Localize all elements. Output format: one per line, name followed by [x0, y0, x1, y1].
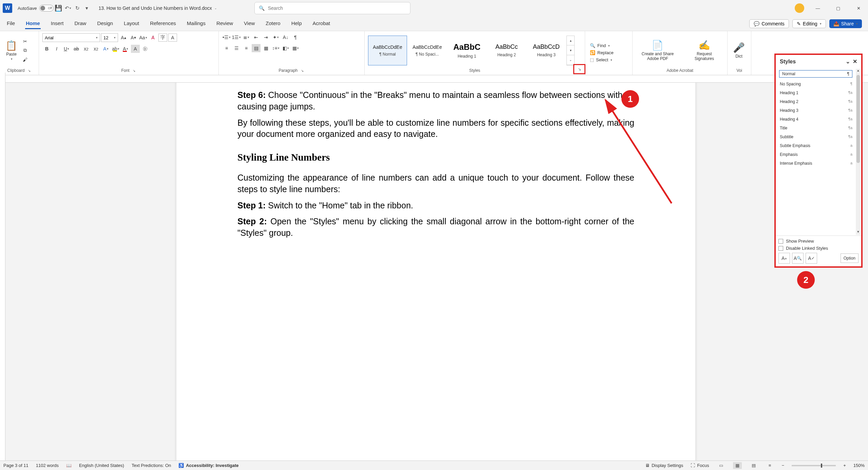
paragraph-launcher[interactable]: ↘	[300, 68, 305, 73]
tab-mailings[interactable]: Mailings	[186, 18, 206, 29]
zoom-slider[interactable]	[792, 465, 836, 466]
text-effects-button[interactable]: A▾	[101, 45, 110, 53]
style-item-heading-4[interactable]: Heading 4¶a	[778, 115, 859, 124]
styles-gallery[interactable]: AaBbCcDdEe¶ Normal AaBbCcDdEe¶ No Spaci.…	[368, 36, 575, 65]
current-style-box[interactable]: Normal¶	[779, 70, 852, 78]
bullets-button[interactable]: •☰▾	[222, 33, 231, 41]
style-item-intense-emphasis[interactable]: Intense Emphasisa	[778, 159, 859, 168]
show-preview-checkbox[interactable]: Show Preview	[778, 239, 859, 244]
share-button[interactable]: 📤 Share ▾	[829, 19, 862, 28]
tab-design[interactable]: Design	[96, 18, 114, 29]
multilevel-list-button[interactable]: ≣▾	[242, 33, 251, 41]
minimize-button[interactable]: —	[811, 3, 825, 14]
outline-view-button[interactable]: ≡	[766, 462, 774, 469]
font-name-combo[interactable]: Arial▾	[42, 33, 100, 42]
close-button[interactable]: ✕	[852, 3, 865, 14]
tab-help[interactable]: Help	[291, 18, 303, 29]
superscript-button[interactable]: x2	[92, 45, 100, 53]
style-item-subtle-emphasis[interactable]: Subtle Emphasisa	[778, 141, 859, 150]
display-settings-button[interactable]: 🖥 Display Settings	[645, 463, 683, 468]
grow-font-button[interactable]: A▴	[119, 34, 128, 42]
character-border-button[interactable]: A	[168, 34, 177, 42]
style-inspector-button[interactable]: A🔍	[792, 253, 804, 264]
style-heading-3[interactable]: AaBbCcDHeading 3	[527, 36, 566, 65]
clear-formatting-button[interactable]: Aͦ	[149, 34, 157, 42]
style-item-heading-3[interactable]: Heading 3¶a	[778, 106, 859, 115]
comments-button[interactable]: 💬 Comments	[749, 19, 789, 28]
enclose-characters-button[interactable]: ㊛	[141, 45, 150, 53]
redo-button[interactable]: ↻	[73, 4, 81, 12]
read-mode-button[interactable]: ▭	[717, 462, 726, 469]
sort-button[interactable]: A↓	[281, 33, 290, 41]
character-shading-button[interactable]: A	[131, 45, 140, 53]
change-case-button[interactable]: Aa▾	[139, 34, 148, 42]
accessibility-checker[interactable]: ♿ Accessibility: Investigate	[178, 463, 238, 468]
zoom-in-button[interactable]: +	[843, 463, 846, 468]
select-button[interactable]: ⬚Select ▾	[589, 57, 615, 63]
tab-insert[interactable]: Insert	[50, 18, 64, 29]
line-spacing-button[interactable]: ↕≡▾	[271, 44, 280, 52]
tab-draw[interactable]: Draw	[74, 18, 87, 29]
search-input[interactable]: 🔍 Search	[254, 2, 410, 14]
font-color-button[interactable]: A▾	[121, 45, 130, 53]
subscript-button[interactable]: x2	[82, 45, 91, 53]
align-left-button[interactable]: ≡	[222, 44, 231, 52]
zoom-level[interactable]: 150%	[853, 463, 865, 468]
clipboard-launcher[interactable]: ↘	[27, 68, 32, 73]
pane-scrollbar[interactable]: ▲ ▼	[856, 69, 861, 235]
underline-button[interactable]: U▾	[62, 45, 71, 53]
scroll-down-icon[interactable]: ▼	[856, 230, 861, 235]
focus-mode-button[interactable]: ⛶ Focus	[691, 463, 709, 468]
style-normal[interactable]: AaBbCcDdEe¶ Normal	[368, 36, 407, 65]
cut-button[interactable]: ✂	[21, 37, 30, 45]
strikethrough-button[interactable]: ab	[72, 45, 81, 53]
replace-button[interactable]: 🔁Replace	[589, 49, 615, 56]
justify-button[interactable]: ▤	[252, 44, 261, 52]
scrollbar-thumb[interactable]	[856, 75, 860, 163]
align-center-button[interactable]: ☰	[232, 44, 241, 52]
decrease-indent-button[interactable]: ⇤	[252, 33, 261, 41]
disable-linked-styles-checkbox[interactable]: Disable Linked Styles	[778, 246, 859, 251]
pane-close-button[interactable]: ✕	[853, 58, 857, 65]
borders-button[interactable]: ▦▾	[291, 44, 300, 52]
bold-button[interactable]: B	[42, 45, 51, 53]
style-item-title[interactable]: Title¶a	[778, 124, 859, 132]
tab-review[interactable]: Review	[216, 18, 234, 29]
paste-button[interactable]: 📋 Paste ▾	[3, 39, 19, 62]
tab-view[interactable]: View	[243, 18, 255, 29]
web-layout-button[interactable]: ▤	[749, 462, 758, 469]
style-no-spacing[interactable]: AaBbCcDdEe¶ No Spaci...	[408, 36, 447, 65]
styles-launcher[interactable]: ↘	[573, 64, 585, 74]
align-right-button[interactable]: ≡	[242, 44, 251, 52]
style-item-heading-1[interactable]: Heading 1¶a	[778, 88, 859, 97]
italic-button[interactable]: I	[52, 45, 61, 53]
print-layout-button[interactable]: ▦	[733, 462, 742, 469]
editing-mode-button[interactable]: ✎ Editing ▾	[792, 19, 826, 28]
request-signatures-button[interactable]: ✍ Request Signatures	[685, 38, 724, 62]
shrink-font-button[interactable]: A▾	[129, 34, 138, 42]
horizontal-ruler[interactable]	[5, 75, 868, 83]
tab-acrobat[interactable]: Acrobat	[312, 18, 331, 29]
tab-layout[interactable]: Layout	[123, 18, 140, 29]
increase-indent-button[interactable]: ⇥	[262, 33, 270, 41]
style-item-emphasis[interactable]: Emphasisa	[778, 150, 859, 159]
document-title[interactable]: 13. How to Get and Undo Line Numbers in …	[98, 5, 217, 11]
styles-gallery-more[interactable]: ▴▾⌄	[566, 36, 575, 65]
undo-button[interactable]: ↶▾	[64, 4, 72, 12]
phonetic-guide-button[interactable]: 字	[158, 34, 167, 42]
document-page[interactable]: Step 6: Choose "Continuous" in the "Brea…	[176, 83, 695, 461]
style-heading-2[interactable]: AaBbCcHeading 2	[487, 36, 526, 65]
highlight-color-button[interactable]: ab▾	[111, 45, 120, 53]
restore-button[interactable]: ▢	[831, 3, 845, 14]
create-share-pdf-button[interactable]: 📄 Create and Share Adobe PDF	[636, 38, 679, 62]
shading-button[interactable]: ◧▾	[281, 44, 290, 52]
style-item-heading-2[interactable]: Heading 2¶a	[778, 97, 859, 106]
show-paragraph-marks-button[interactable]: ¶	[291, 33, 300, 41]
styles-options-button[interactable]: Option	[841, 253, 859, 263]
style-item-subtitle[interactable]: Subtitle¶a	[778, 132, 859, 141]
scroll-up-icon[interactable]: ▲	[856, 69, 861, 74]
manage-styles-button[interactable]: A✓	[806, 253, 817, 264]
spellcheck-icon[interactable]: 📖	[66, 463, 72, 468]
zoom-out-button[interactable]: −	[782, 463, 785, 468]
dictate-button[interactable]: 🎤 Dict	[731, 41, 747, 60]
